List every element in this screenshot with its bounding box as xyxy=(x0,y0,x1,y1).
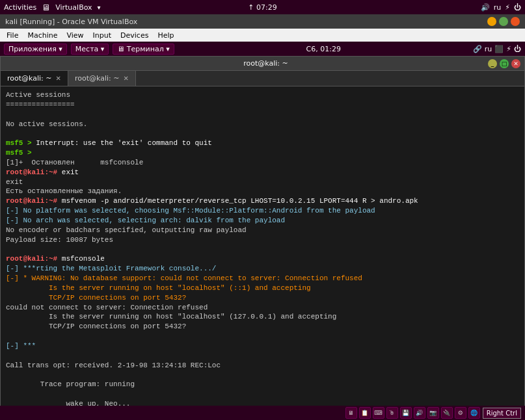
kali-top-left: Приложения ▾ Места ▾ 🖥 Терминал ▾ xyxy=(4,44,174,55)
status-icon-7[interactable]: 📷 xyxy=(427,407,439,419)
kali-screen-icon[interactable]: ⬛ xyxy=(494,45,504,53)
tab-1-label: root@kali: ~ xyxy=(7,74,52,83)
msf-prompt-2: msf5 > xyxy=(6,149,36,157)
terminal-window: root@kali: ~ _ □ ✕ root@kali: ~ ✕ root@k… xyxy=(0,56,525,420)
audio-icon[interactable]: 🔊 xyxy=(481,3,490,12)
kali-places-menu[interactable]: Места ▾ xyxy=(71,44,109,55)
status-icon-2[interactable]: 📋 xyxy=(359,407,371,419)
vbox-dropdown-icon[interactable]: ▾ xyxy=(98,4,101,11)
close-button[interactable] xyxy=(511,17,520,26)
root-prompt-2: root@kali:~# xyxy=(6,197,57,205)
vbox-title-controls xyxy=(487,17,520,26)
status-icon-3[interactable]: ⌨ xyxy=(373,407,384,419)
status-icon-4[interactable]: 🖱 xyxy=(386,407,398,419)
terminal-minimize[interactable]: _ xyxy=(488,59,497,68)
active-sessions-header: Active sessions ================ No acti… xyxy=(6,91,87,128)
kali-topbar: Приложения ▾ Места ▾ 🖥 Терминал ▾ С6, 01… xyxy=(0,42,525,56)
status-icons: 🖥 📋 ⌨ 🖱 💾 🔊 📷 🔌 ⚙ 🌐 xyxy=(345,407,480,419)
lang-indicator[interactable]: ru xyxy=(494,3,502,12)
vbox-titlebar: kali [Running] - Oracle VM VirtualBox xyxy=(0,14,525,29)
menu-machine[interactable]: Machine xyxy=(23,30,61,41)
tab-2-label: root@kali: ~ xyxy=(75,74,120,83)
root-prompt-1: root@kali:~# xyxy=(6,168,57,176)
status-icon-8[interactable]: 🔌 xyxy=(441,407,453,419)
tab-1[interactable]: root@kali: ~ ✕ xyxy=(1,71,68,86)
kali-battery-icon[interactable]: ⚡ xyxy=(506,45,511,53)
power-icon[interactable]: ⏻ xyxy=(514,3,521,12)
kali-apps-menu[interactable]: Приложения ▾ xyxy=(4,44,67,55)
tab-2[interactable]: root@kali: ~ ✕ xyxy=(68,71,136,86)
right-ctrl-label: Right Ctrl xyxy=(483,408,521,419)
kali-top-right: 🔗 ru ⬛ ⚡ ⏻ xyxy=(473,45,521,53)
terminal-tabs: root@kali: ~ ✕ root@kali: ~ ✕ xyxy=(1,71,524,86)
terminal-maximize[interactable]: □ xyxy=(500,59,509,68)
maximize-button[interactable] xyxy=(499,17,508,26)
terminal-close[interactable]: ✕ xyxy=(511,59,520,68)
vm-screen: Приложения ▾ Места ▾ 🖥 Терминал ▾ С6, 01… xyxy=(0,42,525,420)
tab-2-close[interactable]: ✕ xyxy=(123,75,128,82)
minimize-button[interactable] xyxy=(487,17,496,26)
system-bar-clock: ↑ 07:29 xyxy=(248,3,276,12)
menu-help[interactable]: Help xyxy=(154,30,178,41)
kali-power-icon[interactable]: ⏻ xyxy=(514,45,521,53)
vbox-title-left: kali [Running] - Oracle VM VirtualBox xyxy=(5,18,137,26)
msf-prompt-1: msf5 > xyxy=(6,139,36,147)
status-icon-9[interactable]: ⚙ xyxy=(455,407,466,419)
kali-lang-indicator[interactable]: ru xyxy=(485,45,492,53)
system-bar: Activities 🖥 VirtualBox ▾ ↑ 07:29 🔊 ru ⚡… xyxy=(0,0,525,14)
system-bar-right: 🔊 ru ⚡ ⏻ xyxy=(481,3,521,12)
system-bar-left: Activities 🖥 VirtualBox ▾ xyxy=(4,3,101,12)
kali-clock: С6, 01:29 xyxy=(306,45,341,53)
terminal-title-controls: _ □ ✕ xyxy=(488,59,520,68)
terminal-titlebar: root@kali: ~ _ □ ✕ xyxy=(1,57,524,71)
vbox-title-text: kali [Running] - Oracle VM VirtualBox xyxy=(5,18,137,26)
status-icon-6[interactable]: 🔊 xyxy=(414,407,425,419)
kali-network-icon[interactable]: 🔗 xyxy=(473,45,482,53)
vbox-icon: 🖥 xyxy=(42,3,50,12)
menu-file[interactable]: File xyxy=(3,30,22,41)
vm-status-bar: 🖥 📋 ⌨ 🖱 💾 🔊 📷 🔌 ⚙ 🌐 Right Ctrl xyxy=(0,406,525,420)
terminal-title-text: root@kali: ~ xyxy=(243,59,288,68)
battery-icon[interactable]: ⚡ xyxy=(505,3,510,12)
status-icon-10[interactable]: 🌐 xyxy=(468,407,480,419)
vbox-app-name[interactable]: VirtualBox xyxy=(55,3,92,12)
activities-label[interactable]: Activities xyxy=(4,3,36,12)
terminal-content[interactable]: Active sessions ================ No acti… xyxy=(1,86,524,419)
menu-input[interactable]: Input xyxy=(89,30,115,41)
status-icon-5[interactable]: 💾 xyxy=(400,407,412,419)
root-prompt-3: root@kali:~# xyxy=(6,255,57,263)
menu-devices[interactable]: Devices xyxy=(116,30,152,41)
status-icon-1[interactable]: 🖥 xyxy=(345,407,357,419)
tab-1-close[interactable]: ✕ xyxy=(56,75,61,82)
vbox-menubar: File Machine View Input Devices Help xyxy=(0,29,525,42)
kali-terminal-menu[interactable]: 🖥 Терминал ▾ xyxy=(113,44,174,55)
menu-view[interactable]: View xyxy=(62,30,87,41)
